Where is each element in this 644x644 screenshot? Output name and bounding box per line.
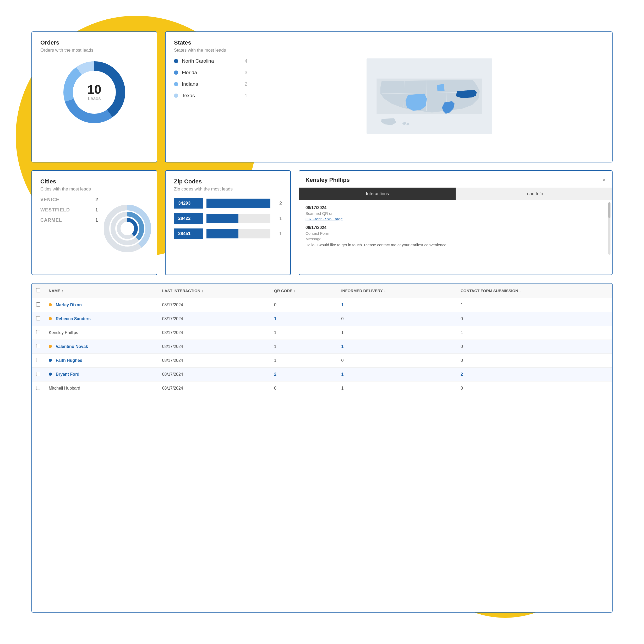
table-row: Rebecca Sanders 08/17/2024 1 0 0 bbox=[32, 312, 612, 326]
city-name-westfield: WESTFIELD bbox=[40, 207, 93, 213]
col-last-interaction[interactable]: LAST INTERACTION ↓ bbox=[158, 283, 270, 298]
zipcodes-title: Zip Codes bbox=[174, 178, 282, 185]
state-name-fl: Florida bbox=[182, 70, 237, 75]
city-row-westfield: WESTFIELD 1 bbox=[40, 207, 104, 213]
tab-interactions[interactable]: Interactions bbox=[299, 188, 456, 200]
orders-title: Orders bbox=[40, 39, 148, 46]
cell-date: 08/17/2024 bbox=[158, 312, 270, 326]
row-checkbox[interactable] bbox=[36, 358, 40, 362]
cell-date: 08/17/2024 bbox=[158, 298, 270, 312]
state-item-nc: North Carolina 4 bbox=[174, 58, 247, 64]
city-count-carmel: 1 bbox=[95, 217, 98, 223]
cell-id: 1 bbox=[337, 326, 456, 340]
cell-id: 1 bbox=[337, 368, 456, 381]
interaction-message-label: Message bbox=[305, 237, 606, 241]
interaction-2: 08/17/2024 Contact Form Message Hello! I… bbox=[305, 225, 606, 248]
states-card: States States with the most leads North … bbox=[165, 31, 613, 162]
orders-card: Orders Orders with the most leads bbox=[31, 31, 157, 162]
orders-subtitle: Orders with the most leads bbox=[40, 48, 148, 53]
donut-label: Leads bbox=[88, 96, 101, 101]
col-informed-delivery[interactable]: INFORMED DELIVERY ↓ bbox=[337, 283, 456, 298]
cities-list: VENICE 2 WESTFIELD 1 CARMEL 1 bbox=[40, 197, 104, 228]
states-list: North Carolina 4 Florida 3 Indiana 2 bbox=[174, 58, 247, 134]
cell-date: 08/17/2024 bbox=[158, 368, 270, 381]
zip-val-3: 1 bbox=[274, 231, 282, 237]
name-text[interactable]: Mitchell Hubbard bbox=[49, 386, 80, 390]
zip-code-3: 28451 bbox=[174, 228, 203, 239]
zip-row-3: 28451 1 bbox=[174, 228, 282, 239]
col-contact-form[interactable]: CONTACT FORM SUBMISSION ↓ bbox=[456, 283, 612, 298]
cell-date: 08/17/2024 bbox=[158, 354, 270, 368]
scrollbar-thumb bbox=[608, 202, 610, 218]
state-dot-fl bbox=[174, 70, 178, 75]
name-text[interactable]: Faith Hughes bbox=[56, 358, 82, 363]
cities-title: Cities bbox=[40, 178, 148, 185]
cell-cf: 0 bbox=[456, 381, 612, 395]
zipcodes-subtitle: Zip codes with the most leads bbox=[174, 187, 282, 192]
cell-qr: 0 bbox=[270, 298, 337, 312]
cell-id: 0 bbox=[337, 354, 456, 368]
cell-name: Bryant Ford bbox=[45, 368, 158, 381]
name-text[interactable]: Bryant Ford bbox=[56, 372, 79, 376]
cell-cf: 0 bbox=[456, 340, 612, 354]
zip-bar-bg-3 bbox=[206, 229, 270, 238]
name-dot bbox=[49, 359, 52, 362]
donut-number: 10 bbox=[87, 83, 101, 96]
zip-bar-fill-3 bbox=[206, 229, 238, 238]
cell-cf: 2 bbox=[456, 368, 612, 381]
zip-code-1: 34293 bbox=[174, 198, 203, 209]
donut-chart: 10 Leads bbox=[40, 58, 148, 126]
interaction-date-1: 08/17/2024 bbox=[305, 205, 606, 210]
interaction-message-text: Hello! I would like to get in touch. Ple… bbox=[305, 242, 606, 248]
col-qr-code[interactable]: QR CODE ↓ bbox=[270, 283, 337, 298]
state-item-fl: Florida 3 bbox=[174, 70, 247, 75]
name-text[interactable]: Valentino Novak bbox=[56, 344, 88, 349]
name-text[interactable]: Kensley Phillips bbox=[49, 330, 78, 335]
data-table: NAME ↑ LAST INTERACTION ↓ QR CODE ↓ INFO… bbox=[32, 283, 612, 395]
row-checkbox[interactable] bbox=[36, 344, 40, 348]
row-checkbox[interactable] bbox=[36, 386, 40, 390]
interaction-1: 08/17/2024 Scanned QR on QR Front - 9x6 … bbox=[305, 205, 606, 221]
zip-val-1: 2 bbox=[274, 201, 282, 206]
cell-date: 08/17/2024 bbox=[158, 340, 270, 354]
cell-qr: 1 bbox=[270, 326, 337, 340]
city-count-venice: 2 bbox=[95, 197, 98, 203]
row-checkbox[interactable] bbox=[36, 330, 40, 334]
state-count-in: 2 bbox=[245, 81, 247, 87]
state-name-in: Indiana bbox=[182, 81, 237, 87]
state-item-tx: Texas 1 bbox=[174, 93, 247, 99]
state-count-fl: 3 bbox=[245, 70, 247, 75]
name-text[interactable]: Rebecca Sanders bbox=[56, 316, 90, 321]
table-header-row: NAME ↑ LAST INTERACTION ↓ QR CODE ↓ INFO… bbox=[32, 283, 612, 298]
close-button[interactable]: × bbox=[602, 177, 606, 183]
tab-lead-info[interactable]: Lead Info bbox=[456, 188, 612, 200]
interaction-link-1[interactable]: QR Front - 9x6 Large bbox=[305, 217, 606, 221]
zip-bar-fill-2 bbox=[206, 214, 238, 223]
col-name[interactable]: NAME ↑ bbox=[45, 283, 158, 298]
cell-name: Kensley Phillips bbox=[45, 326, 158, 340]
cell-cf: 1 bbox=[456, 298, 612, 312]
table-row: Valentino Novak 08/17/2024 1 1 0 bbox=[32, 340, 612, 354]
cell-cf: 0 bbox=[456, 354, 612, 368]
zip-val-2: 1 bbox=[274, 216, 282, 221]
cell-name: Mitchell Hubbard bbox=[45, 381, 158, 395]
cell-qr: 1 bbox=[270, 312, 337, 326]
states-title: States bbox=[174, 39, 604, 46]
zip-row-2: 28422 1 bbox=[174, 213, 282, 224]
select-all-checkbox[interactable] bbox=[36, 288, 40, 292]
interaction-action-2: Contact Form bbox=[305, 231, 606, 236]
row-checkbox[interactable] bbox=[36, 302, 40, 307]
row-checkbox[interactable] bbox=[36, 372, 40, 376]
donut-center: 10 Leads bbox=[87, 83, 101, 101]
kensley-body: 08/17/2024 Scanned QR on QR Front - 9x6 … bbox=[299, 200, 612, 275]
cell-qr: 0 bbox=[270, 381, 337, 395]
table-card: NAME ↑ LAST INTERACTION ↓ QR CODE ↓ INFO… bbox=[31, 283, 613, 613]
table-row: Marley Dixon 08/17/2024 0 1 1 bbox=[32, 298, 612, 312]
name-dot bbox=[49, 345, 52, 348]
row-checkbox[interactable] bbox=[36, 316, 40, 320]
interaction-action-1: Scanned QR on bbox=[305, 211, 606, 216]
table-row: Kensley Phillips 08/17/2024 1 1 1 bbox=[32, 326, 612, 340]
zip-code-2: 28422 bbox=[174, 213, 203, 224]
name-text[interactable]: Marley Dixon bbox=[56, 303, 82, 307]
city-row-venice: VENICE 2 bbox=[40, 197, 104, 203]
